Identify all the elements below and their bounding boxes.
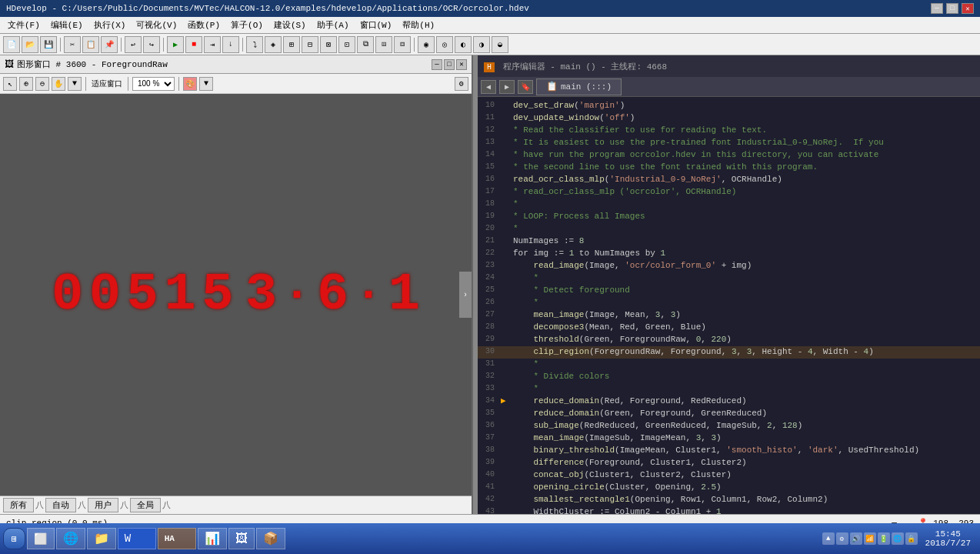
code-line-15[interactable]: 15* the second line to use the font trai… <box>478 162 980 174</box>
image-maximize[interactable]: □ <box>444 59 455 70</box>
img-tool-pointer[interactable]: ↖ <box>3 77 17 91</box>
taskbar-app-word[interactable]: W <box>118 528 156 549</box>
taskbar-app-explorer[interactable]: 📁 <box>87 528 116 549</box>
minimize-button[interactable]: ─ <box>931 3 943 14</box>
tb-open[interactable]: 📂 <box>22 36 38 53</box>
code-line-27[interactable]: 27 mean_image(Image, Mean, 3, 3) <box>478 309 980 322</box>
tb-redo[interactable]: ↪ <box>143 36 160 53</box>
image-minimize[interactable]: ─ <box>432 59 442 70</box>
maximize-button[interactable]: □ <box>946 3 958 14</box>
img-tool-zoom-out[interactable]: ⊖ <box>35 77 49 91</box>
code-line-29[interactable]: 29 threshold(Green, ForegroundRaw, 0, 22… <box>478 334 980 346</box>
menu-help[interactable]: 帮助(H) <box>398 18 439 32</box>
tb-func9[interactable]: ◉ <box>418 36 435 53</box>
code-line-11[interactable]: 11dev_update_window('off') <box>478 112 980 125</box>
img-settings[interactable]: ⚙ <box>455 77 468 91</box>
code-line-18[interactable]: 18* <box>478 199 980 211</box>
tb-func10[interactable]: ◎ <box>436 36 453 53</box>
code-line-26[interactable]: 26 * <box>478 297 980 309</box>
code-line-23[interactable]: 23 read_image(Image, 'ocr/color_form_0' … <box>478 260 980 272</box>
img-color-picker[interactable]: 🎨 <box>183 77 197 91</box>
tb-func7[interactable]: ⧇ <box>375 36 392 53</box>
tb-save[interactable]: 💾 <box>40 36 57 53</box>
tb-func11[interactable]: ◐ <box>455 36 472 53</box>
code-line-36[interactable]: 36 sub_image(RedReduced, GreenReduced, I… <box>478 420 980 432</box>
code-tab-main[interactable]: 📋 main (:::) <box>536 78 622 95</box>
taskbar-show-desktop[interactable]: ⬜ <box>27 528 55 549</box>
code-line-37[interactable]: 37 mean_image(ImageSub, ImageMean, 3, 3) <box>478 432 980 445</box>
tb-func6[interactable]: ⧉ <box>357 36 374 53</box>
code-line-42[interactable]: 42 smallest_rectangle1(Opening, Row1, Co… <box>478 494 980 506</box>
code-line-12[interactable]: 12* Read the classifier to use for readi… <box>478 125 980 137</box>
code-back-btn[interactable]: ◀ <box>481 80 496 94</box>
tb-step[interactable]: ⇥ <box>204 36 221 53</box>
tb-stepinto[interactable]: ↓ <box>222 36 239 53</box>
menu-assistant[interactable]: 助手(A) <box>312 18 354 32</box>
start-button[interactable]: ⊞ <box>3 528 25 549</box>
code-line-41[interactable]: 41 opening_circle(Cluster, Opening, 2.5) <box>478 482 980 494</box>
tb-stop[interactable]: ■ <box>185 36 202 53</box>
tb-func2[interactable]: ⊞ <box>283 36 300 53</box>
taskbar-app-excel[interactable]: 📊 <box>198 528 227 549</box>
code-line-21[interactable]: 21NumImages := 8 <box>478 235 980 248</box>
code-area[interactable]: 10dev_set_draw('margin')11dev_update_win… <box>478 97 980 514</box>
code-line-35[interactable]: 35 reduce_domain(Green, Foreground, Gree… <box>478 408 980 420</box>
code-line-13[interactable]: 13* It is easiest to use the pre-trained… <box>478 137 980 149</box>
code-line-30[interactable]: 30 clip_region(ForegroundRaw, Foreground… <box>478 346 980 359</box>
tab-auto[interactable]: 自动 <box>45 498 76 512</box>
code-line-39[interactable]: 39 difference(Foreground, Cluster1, Clus… <box>478 457 980 469</box>
code-line-24[interactable]: 24 * <box>478 272 980 285</box>
tb-undo[interactable]: ↩ <box>125 36 142 53</box>
img-tool-extra[interactable]: ▼ <box>68 77 82 91</box>
code-line-17[interactable]: 17* read_ocr_class_mlp ('ocrcolor', OCRH… <box>478 186 980 199</box>
code-line-14[interactable]: 14* have run the program ocrcolor.hdev i… <box>478 149 980 162</box>
menu-functions[interactable]: 函数(P) <box>183 18 225 32</box>
code-line-19[interactable]: 19* LOOP: Process all Images <box>478 211 980 223</box>
code-bookmark-btn[interactable]: 🔖 <box>518 80 533 94</box>
img-tool-pan[interactable]: ✋ <box>52 77 65 91</box>
code-line-33[interactable]: 33 * <box>478 383 980 395</box>
code-line-10[interactable]: 10dev_set_draw('margin') <box>478 100 980 112</box>
tb-func1[interactable]: ◈ <box>265 36 282 53</box>
code-line-31[interactable]: 31 * <box>478 359 980 371</box>
tb-copy[interactable]: 📋 <box>82 36 99 53</box>
menu-operators[interactable]: 算子(O) <box>226 18 268 32</box>
menu-build[interactable]: 建设(S) <box>269 18 311 32</box>
tb-func4[interactable]: ⊠ <box>320 36 337 53</box>
tb-func13[interactable]: ◒ <box>492 36 508 53</box>
code-forward-btn[interactable]: ▶ <box>499 80 515 94</box>
side-arrow[interactable]: › <box>459 272 472 318</box>
img-tool-zoom-in[interactable]: ⊕ <box>19 77 33 91</box>
menu-file[interactable]: 文件(F) <box>3 18 45 32</box>
menu-edit[interactable]: 编辑(E) <box>46 18 88 32</box>
zoom-select[interactable]: 100 % 50 % 200 % <box>132 77 175 91</box>
tb-cut[interactable]: ✂ <box>64 36 81 53</box>
image-close[interactable]: ✕ <box>456 59 467 70</box>
code-line-40[interactable]: 40 concat_obj(Cluster1, Cluster2, Cluste… <box>478 469 980 482</box>
menu-execute[interactable]: 执行(X) <box>89 18 131 32</box>
code-line-20[interactable]: 20* <box>478 223 980 235</box>
code-line-16[interactable]: 16read_ocr_class_mlp('Industrial_0-9_NoR… <box>478 174 980 186</box>
code-line-32[interactable]: 32 * Divide colors <box>478 371 980 383</box>
code-line-43[interactable]: 43 WidthCluster := Column2 - Column1 + 1 <box>478 506 980 514</box>
tb-run[interactable]: ▶ <box>167 36 184 53</box>
taskbar-app-halcon[interactable]: HA <box>158 528 196 549</box>
tab-user[interactable]: 用户 <box>88 498 118 512</box>
tab-global[interactable]: 全局 <box>130 498 161 512</box>
tb-func3[interactable]: ⊟ <box>302 36 318 53</box>
code-line-28[interactable]: 28 decompose3(Mean, Red, Green, Blue) <box>478 322 980 334</box>
tb-paste[interactable]: 📌 <box>101 36 118 53</box>
tb-new[interactable]: 📄 <box>3 36 20 53</box>
tb-goto[interactable]: ⤵ <box>246 36 263 53</box>
code-line-38[interactable]: 38 binary_threshold(ImageMean, Cluster1,… <box>478 445 980 457</box>
tb-func12[interactable]: ◑ <box>473 36 490 53</box>
taskbar-app-extra[interactable]: 📦 <box>256 528 285 549</box>
code-line-25[interactable]: 25 * Detect foreground <box>478 285 980 297</box>
tab-all[interactable]: 所有 <box>3 498 34 512</box>
code-line-34[interactable]: 34▶ reduce_domain(Red, Foreground, RedRe… <box>478 395 980 408</box>
taskbar-app-viewer[interactable]: 🖼 <box>228 528 255 549</box>
menu-window[interactable]: 窗口(W) <box>355 18 397 32</box>
tb-func8[interactable]: ⧈ <box>394 36 411 53</box>
code-line-22[interactable]: 22for img := 1 to NumImages by 1 <box>478 248 980 260</box>
tb-func5[interactable]: ⊡ <box>338 36 355 53</box>
